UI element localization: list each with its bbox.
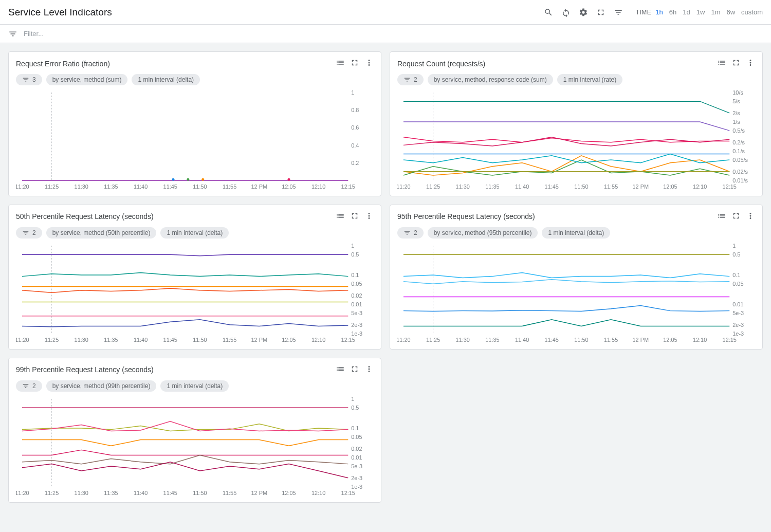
- more-icon[interactable]: [364, 211, 374, 222]
- chip[interactable]: 2: [16, 227, 42, 239]
- time-opt-1m[interactable]: 1m: [711, 8, 720, 16]
- x-tick: 11:55: [604, 337, 618, 343]
- y-tick: 0.5: [351, 251, 359, 258]
- y-tick: 10/s: [732, 89, 743, 96]
- chip[interactable]: by service, method (95th percentile): [428, 227, 538, 239]
- time-opt-6w[interactable]: 6w: [726, 8, 735, 16]
- chart-p95[interactable]: 1e-32e-35e-30.010.050.10.5111:2011:2511:…: [397, 243, 755, 345]
- y-tick: 0.2: [351, 160, 359, 166]
- legend-icon[interactable]: [336, 211, 345, 222]
- legend-icon[interactable]: [717, 211, 726, 222]
- filter-list-icon[interactable]: [613, 7, 623, 17]
- chip-label: by service, method (95th percentile): [434, 229, 532, 236]
- panel-title: Request Error Ratio (fraction): [16, 60, 332, 68]
- plot-area: 0.01/s0.02/s0.05/s0.1/s0.2/s0.5/s1/s2/s5…: [397, 89, 755, 192]
- settings-icon[interactable]: [578, 7, 589, 17]
- plot-area: 1e-32e-35e-30.010.020.050.10.5111:2011:2…: [16, 243, 374, 345]
- y-tick: 2/s: [732, 110, 740, 116]
- page-title: Service Level Indicators: [8, 7, 112, 18]
- chip-row: 2by service, method (95th percentile)1 m…: [397, 227, 755, 239]
- y-tick: 0.1: [732, 272, 740, 278]
- series-s-green: [403, 160, 729, 175]
- x-tick: 12:05: [282, 184, 296, 190]
- plot-area: 1e-32e-35e-30.010.050.10.5111:2011:2511:…: [397, 243, 755, 345]
- fullscreen-icon[interactable]: [596, 7, 606, 17]
- series-p99-brown: [22, 455, 348, 464]
- y-tick: 5e-3: [351, 310, 362, 316]
- y-tick: 0.05: [351, 434, 362, 440]
- filter-icon[interactable]: [8, 29, 17, 39]
- chip[interactable]: 1 min interval (delta): [160, 380, 229, 392]
- chip[interactable]: 2: [16, 380, 42, 392]
- y-tick: 1/s: [732, 119, 740, 125]
- time-opt-1d[interactable]: 1d: [683, 8, 690, 16]
- y-tick: 0.5: [351, 405, 359, 411]
- fullscreen-icon[interactable]: [731, 211, 741, 222]
- x-tick: 11:40: [515, 337, 529, 343]
- chart-p50[interactable]: 1e-32e-35e-30.010.020.050.10.5111:2011:2…: [16, 243, 374, 345]
- chip[interactable]: 3: [16, 74, 42, 85]
- y-tick: 5/s: [732, 98, 740, 104]
- legend-icon[interactable]: [336, 364, 345, 375]
- fullscreen-icon[interactable]: [731, 58, 741, 69]
- x-tick: 11:55: [223, 337, 236, 343]
- chart-request-count[interactable]: 0.01/s0.02/s0.05/s0.1/s0.2/s0.5/s1/s2/s5…: [397, 89, 755, 192]
- x-tick: 12 PM: [632, 337, 649, 343]
- y-tick: 0.02: [351, 445, 362, 451]
- chip[interactable]: 1 min interval (delta): [160, 227, 229, 239]
- chip-label: 2: [414, 76, 417, 83]
- filter-bar: [0, 25, 771, 43]
- chip-label: 1 min interval (delta): [548, 229, 604, 236]
- y-tick: 0.01: [351, 301, 362, 307]
- chart-p99[interactable]: 1e-32e-35e-30.010.020.050.10.5111:2011:2…: [16, 396, 374, 498]
- x-tick: 12 PM: [632, 184, 649, 190]
- time-opt-6h[interactable]: 6h: [669, 8, 676, 16]
- chip[interactable]: by service, method (50th percentile): [46, 227, 157, 239]
- legend-icon[interactable]: [717, 58, 726, 69]
- series-p99-orange: [22, 439, 348, 446]
- series-p99-crimson: [22, 462, 348, 478]
- x-tick: 11:50: [574, 337, 588, 343]
- chip[interactable]: 1 min interval (delta): [132, 74, 200, 85]
- x-tick: 12:10: [693, 337, 707, 343]
- x-tick: 11:50: [574, 184, 588, 190]
- x-tick: 11:25: [45, 184, 59, 190]
- y-tick: 0.1: [351, 272, 359, 278]
- chip[interactable]: by service, method (99th percentile): [46, 380, 157, 392]
- chip[interactable]: 2: [397, 227, 424, 239]
- refresh-icon[interactable]: [561, 7, 571, 17]
- chip-label: by service, method (sum): [52, 76, 122, 83]
- y-tick: 1e-3: [351, 484, 362, 490]
- plot-area: 1e-32e-35e-30.010.020.050.10.5111:2011:2…: [16, 396, 374, 498]
- chip[interactable]: 1 min interval (delta): [542, 227, 610, 239]
- x-tick: 11:20: [16, 490, 29, 496]
- series-p50-teal: [22, 272, 348, 276]
- time-opt-custom[interactable]: custom: [741, 8, 763, 16]
- fullscreen-icon[interactable]: [350, 364, 359, 375]
- x-tick: 12:05: [282, 490, 296, 496]
- legend-icon[interactable]: [336, 58, 345, 69]
- panel-title: 95th Percentile Request Latency (seconds…: [397, 212, 713, 221]
- filter-input[interactable]: [24, 30, 763, 38]
- chip[interactable]: by service, method, response code (sum): [428, 74, 553, 85]
- search-icon[interactable]: [543, 7, 554, 17]
- chart-error-ratio[interactable]: 0.20.40.60.8111:2011:2511:3011:3511:4011…: [16, 89, 374, 192]
- fullscreen-icon[interactable]: [350, 211, 359, 222]
- panel-title: 99th Percentile Request Latency (seconds…: [16, 365, 332, 374]
- more-icon[interactable]: [364, 58, 374, 69]
- x-tick: 12:15: [341, 337, 355, 343]
- chip[interactable]: by service, method (sum): [46, 74, 128, 85]
- fullscreen-icon[interactable]: [350, 58, 359, 69]
- x-tick: 11:45: [545, 184, 559, 190]
- x-tick: 12:10: [693, 184, 707, 190]
- more-icon[interactable]: [746, 211, 755, 222]
- more-icon[interactable]: [364, 364, 374, 375]
- chip[interactable]: 1 min interval (rate): [557, 74, 622, 85]
- time-opt-1h[interactable]: 1h: [655, 8, 663, 16]
- chip[interactable]: 2: [397, 74, 424, 85]
- panel-p99: 99th Percentile Request Latency (seconds…: [8, 358, 381, 503]
- y-tick: 2e-3: [351, 474, 362, 481]
- y-tick: 0.1: [351, 425, 359, 431]
- more-icon[interactable]: [746, 58, 755, 69]
- time-opt-1w[interactable]: 1w: [696, 8, 705, 16]
